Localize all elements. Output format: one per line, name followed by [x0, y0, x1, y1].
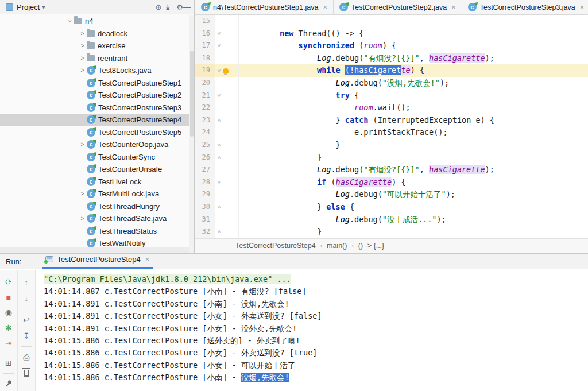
- fold-end-icon[interactable]: >: [216, 119, 222, 122]
- tree-item-n4[interactable]: >n4: [0, 15, 189, 28]
- project-scrollbar-thumb[interactable]: [190, 51, 194, 137]
- restore-layout-icon[interactable]: ⊞: [0, 355, 17, 370]
- tree-item-testwaitnotify[interactable]: cTestWaitNotify: [0, 237, 189, 247]
- console-line[interactable]: 14:01:15.886 c.TestCorrectPosture [小女] -…: [44, 347, 588, 359]
- collapse-all-icon[interactable]: ⇥: [164, 1, 172, 13]
- code-line[interactable]: 30> } else {: [195, 201, 588, 214]
- code-line[interactable]: 17> synchronized (room) {: [195, 40, 588, 52]
- code-line[interactable]: 16> new Thread(() -> {: [195, 28, 588, 40]
- code-editor[interactable]: 1516> new Thread(() -> {17> synchronized…: [195, 15, 588, 238]
- tree-item-testcountersync[interactable]: cTestCounterSync: [0, 151, 189, 164]
- editor-tab-2[interactable]: cTestCorrectPostureStep2.java×: [334, 0, 462, 14]
- clear-all-icon[interactable]: [18, 365, 35, 381]
- chevron-collapsed-icon[interactable]: >: [78, 42, 87, 49]
- console-line[interactable]: 14:01:14.891 c.TestCorrectPosture [小女] -…: [44, 323, 588, 335]
- tree-item-testcounterunsafe[interactable]: cTestCounterUnsafe: [0, 163, 189, 176]
- breadcrumb-item[interactable]: main(): [327, 242, 347, 250]
- chevron-collapsed-icon[interactable]: >: [78, 215, 87, 222]
- code-line[interactable]: 22 room.wait();: [195, 102, 588, 114]
- print-icon[interactable]: ⎙: [18, 349, 35, 365]
- code-line[interactable]: 26> }: [195, 152, 588, 164]
- down-stacktrace-icon[interactable]: ↓: [18, 291, 35, 307]
- rerun-icon[interactable]: ⟳: [0, 274, 17, 289]
- tree-item-exercise[interactable]: >exercise: [0, 40, 189, 52]
- code-line[interactable]: 19> while (!hasCigarette) {: [195, 64, 588, 77]
- code-line[interactable]: 15: [195, 15, 588, 28]
- settings-gear-icon[interactable]: ⚙: [176, 3, 183, 11]
- code-line[interactable]: 31 Log.debug("没干成活...");: [195, 214, 588, 226]
- tree-item-testcorrectposturestep3[interactable]: cTestCorrectPostureStep3: [0, 102, 189, 114]
- fold-expanded-icon[interactable]: >: [216, 69, 222, 72]
- code-line[interactable]: 21> try {: [195, 90, 588, 102]
- chevron-collapsed-icon[interactable]: >: [78, 30, 87, 37]
- console-line[interactable]: "C:\Program Files\Java\jdk1.8.0_212\bin\…: [44, 273, 588, 285]
- chevron-down-icon[interactable]: ▾: [42, 4, 45, 10]
- chevron-expanded-icon[interactable]: >: [67, 17, 73, 25]
- pin-tab-icon[interactable]: [0, 376, 17, 391]
- console-line[interactable]: 14:01:14.887 c.TestCorrectPosture [小南] -…: [44, 285, 588, 297]
- console-line[interactable]: 14:01:14.891 c.TestCorrectPosture [小南] -…: [44, 298, 588, 310]
- exit-icon[interactable]: ⇥: [0, 335, 17, 350]
- fold-end-icon[interactable]: >: [216, 144, 222, 147]
- run-tab[interactable]: TestCorrectPostureStep4 ×: [42, 254, 153, 269]
- project-panel-title[interactable]: Project: [17, 3, 40, 11]
- editor-tab-3[interactable]: cTestCorrectPostureStep3.java×: [462, 0, 588, 14]
- tree-item-testthreadhungry[interactable]: cTestThreadHungry: [0, 200, 189, 213]
- tree-item-testcorrectposturestep4[interactable]: cTestCorrectPostureStep4: [0, 114, 189, 126]
- chevron-collapsed-icon[interactable]: >: [78, 55, 87, 61]
- code-token: room: [354, 103, 373, 112]
- code-line[interactable]: 23> } catch (InterruptedException e) {: [195, 114, 588, 127]
- code-line[interactable]: 27 Log.debug("有烟没?[{}]", hasCigarette);: [195, 164, 588, 176]
- code-line[interactable]: 20 Log.debug("没烟,先歇会!");: [195, 77, 588, 90]
- tree-item-reentrant[interactable]: >reentrant: [0, 52, 189, 65]
- fold-expanded-icon[interactable]: >: [216, 44, 222, 48]
- chevron-collapsed-icon[interactable]: >: [78, 141, 87, 148]
- fold-expanded-icon[interactable]: >: [216, 32, 222, 35]
- stop-icon[interactable]: ■: [0, 289, 17, 304]
- tree-item-testcorrectposturestep2[interactable]: cTestCorrectPostureStep2: [0, 89, 189, 102]
- code-line[interactable]: 18 Log.debug("有烟没?[{}]", hasCigarette);: [195, 52, 588, 65]
- close-icon[interactable]: ×: [145, 255, 150, 264]
- fold-expanded-icon[interactable]: >: [216, 181, 222, 184]
- console-line[interactable]: 14:01:15.886 c.TestCorrectPosture [小南] -…: [44, 371, 588, 384]
- tree-item-testlivelock[interactable]: cTestLiveLock: [0, 176, 189, 188]
- tree-item-testcounteroop-java[interactable]: >cTestCounterOop.java: [0, 138, 189, 151]
- code-line[interactable]: 24 e.printStackTrace();: [195, 126, 588, 139]
- fold-end-icon[interactable]: >: [216, 156, 222, 159]
- locate-file-icon[interactable]: ⊕: [155, 3, 161, 11]
- tree-item-testmultilock-java[interactable]: >cTestMultiLock.java: [0, 188, 189, 200]
- breadcrumb-item[interactable]: () -> {...}: [358, 242, 385, 250]
- close-icon[interactable]: ×: [451, 3, 456, 11]
- editor-tab-1[interactable]: cn4\TestCorrectPostureStep1.java×: [195, 0, 334, 14]
- close-icon[interactable]: ×: [323, 3, 327, 11]
- fold-end-icon[interactable]: >: [216, 230, 222, 234]
- run-console[interactable]: "C:\Program Files\Java\jdk1.8.0_212\bin\…: [36, 270, 588, 391]
- chevron-collapsed-icon[interactable]: >: [78, 67, 87, 73]
- hide-panel-icon[interactable]: —: [183, 3, 191, 11]
- code-line[interactable]: 25> }: [195, 139, 588, 152]
- breadcrumb-item[interactable]: TestCorrectPostureStep4: [235, 242, 316, 250]
- code-line[interactable]: 32> }: [195, 226, 588, 238]
- chevron-collapsed-icon[interactable]: >: [78, 191, 87, 197]
- fold-end-icon[interactable]: >: [216, 206, 222, 209]
- thread-dump-camera-icon[interactable]: ◉: [0, 305, 17, 320]
- project-scrollbar[interactable]: [189, 15, 194, 253]
- soft-wrap-icon[interactable]: ↩: [18, 312, 35, 328]
- code-line[interactable]: 28> if (hasCigarette) {: [195, 176, 588, 189]
- tree-item-testthreadsafe-java[interactable]: >cTestThreadSafe.java: [0, 212, 189, 225]
- console-line[interactable]: 14:01:15.886 c.TestCorrectPosture [小女] -…: [44, 359, 588, 371]
- intention-bulb-icon[interactable]: [223, 68, 229, 73]
- up-stacktrace-icon[interactable]: ↑: [18, 274, 35, 291]
- tree-item-testthreadstatus[interactable]: cTestThreadStatus: [0, 225, 189, 238]
- tree-item-testcorrectposturestep5[interactable]: cTestCorrectPostureStep5: [0, 126, 189, 139]
- code-line[interactable]: 29 Log.debug("可以开始干活了");: [195, 188, 588, 201]
- console-line[interactable]: 14:01:14.891 c.TestCorrectPosture [小女] -…: [44, 310, 588, 322]
- scroll-to-end-icon[interactable]: ↧: [18, 328, 35, 344]
- tree-item-testcorrectposturestep1[interactable]: cTestCorrectPostureStep1: [0, 77, 189, 90]
- console-line[interactable]: 14:01:15.886 c.TestCorrectPosture [送外卖的]…: [44, 335, 588, 347]
- coverage-icon[interactable]: ✱: [0, 320, 17, 335]
- tree-item-deadlock[interactable]: >deadlock: [0, 28, 189, 40]
- tree-item-test8locks-java[interactable]: >cTest8Locks.java: [0, 64, 189, 77]
- close-icon[interactable]: ×: [580, 3, 585, 11]
- fold-expanded-icon[interactable]: >: [216, 94, 222, 97]
